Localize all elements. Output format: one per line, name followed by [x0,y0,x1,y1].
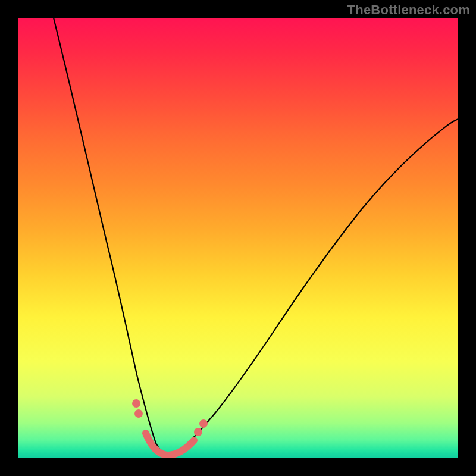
accent-dot [132,399,140,408]
curve-svg [18,18,458,458]
accent-dot [194,428,202,436]
accent-dot [134,409,143,418]
chart-frame: TheBottleneck.com [0,0,476,476]
bottleneck-curve [54,18,458,455]
watermark-text: TheBottleneck.com [347,2,470,18]
plot-area [18,18,458,458]
accent-dot [199,419,208,428]
